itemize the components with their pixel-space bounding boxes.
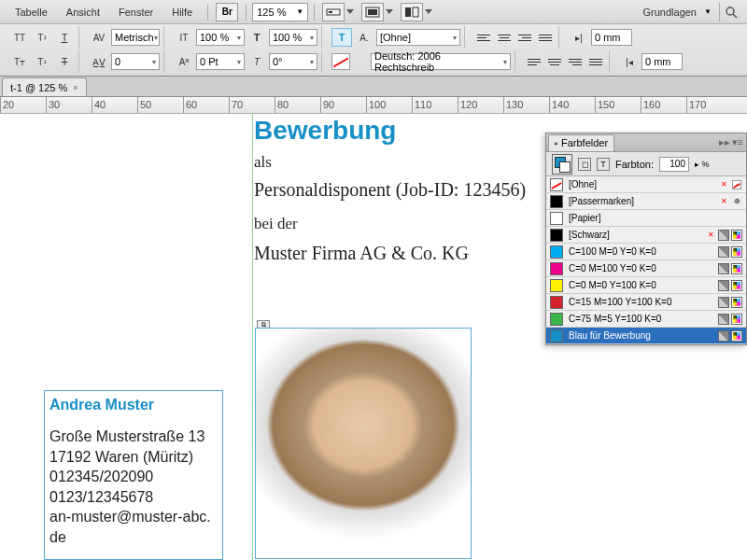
justify-all-button[interactable] — [586, 53, 605, 70]
addr-email1[interactable]: an-muster@muster-abc. — [49, 507, 218, 527]
no-fill-swatch[interactable] — [331, 53, 350, 70]
swatch-row[interactable]: C=75 M=5 Y=100 K=0 — [546, 311, 746, 328]
doc-text-role[interactable]: Personaldisponent (Job-ID: 123456) — [254, 179, 526, 201]
swatch-list[interactable]: [Ohne]✕[Passermarken]✕⊕[Papier][Schwarz]… — [546, 176, 746, 344]
doc-text-bei[interactable]: bei der — [254, 215, 298, 233]
addr-email2[interactable]: de — [49, 527, 218, 548]
kerning-input[interactable]: Metrisch▾ — [111, 29, 160, 46]
photo-placeholder — [256, 329, 471, 558]
addr-city[interactable]: 17192 Waren (Müritz) — [49, 447, 218, 468]
swatch-chip — [550, 262, 563, 275]
hscale-input[interactable]: 100 %▾ — [269, 29, 317, 46]
screen-mode-button[interactable] — [361, 3, 384, 21]
swatch-row[interactable]: C=0 M=0 Y=100 K=0 — [546, 277, 746, 294]
swatch-row[interactable]: [Passermarken]✕⊕ — [546, 193, 746, 210]
chevron-down-icon — [346, 9, 354, 14]
lock-icon: ✕ — [705, 230, 716, 241]
swatch-row[interactable]: [Schwarz]✕ — [546, 227, 746, 244]
indent-left-input[interactable]: 0 mm — [591, 29, 632, 46]
all-caps-button[interactable]: TT — [9, 28, 30, 47]
skew-input[interactable]: 0°▾ — [269, 53, 317, 70]
swatch-row[interactable]: C=15 M=100 Y=100 K=0 — [546, 294, 746, 311]
swatch-row[interactable]: [Papier] — [546, 210, 746, 227]
farbton-arrow[interactable]: ▸ % — [695, 160, 710, 169]
underline-button[interactable]: T — [54, 28, 75, 47]
doc-title[interactable]: Bewerbung — [254, 116, 396, 146]
doc-text-firma[interactable]: Muster Firma AG & Co. KG — [254, 243, 469, 264]
swatch-name: [Schwarz] — [569, 230, 699, 240]
indent-right-icon: |◂ — [619, 52, 640, 71]
search-icon[interactable] — [719, 3, 741, 21]
baseline-input[interactable]: 0 Pt▾ — [196, 53, 245, 70]
addr-name[interactable]: Andrea Muster — [49, 397, 218, 413]
fill-stroke-proxy[interactable] — [552, 154, 572, 175]
process-color-icon — [731, 314, 742, 325]
align-right-button[interactable] — [515, 29, 534, 46]
panel-collapse-icon[interactable]: ▸▸ — [719, 136, 730, 148]
menu-tabelle[interactable]: Tabelle — [6, 3, 57, 21]
process-color-icon — [731, 246, 742, 258]
swatch-chip — [550, 245, 563, 259]
tracking-icon: A̲V̲ — [89, 52, 109, 71]
align-left-button[interactable] — [474, 29, 493, 46]
arrange-button[interactable] — [401, 3, 423, 21]
swatches-panel[interactable]: ▸Farbfelder ▸▸▾≡ ◻ T Farbton: ▸ % [Ohne]… — [545, 133, 747, 345]
justify-left-button[interactable] — [525, 53, 543, 70]
guide-vertical[interactable] — [252, 114, 253, 560]
address-frame[interactable]: Andrea Muster Große Musterstraße 13 1719… — [44, 390, 223, 560]
process-color-icon — [731, 330, 742, 342]
indent-right-input[interactable]: 0 mm — [641, 53, 683, 70]
skew-icon: T — [247, 52, 267, 71]
swatch-chip — [550, 329, 563, 343]
document-tab[interactable]: t-1 @ 125 %× — [2, 77, 87, 96]
swatch-row[interactable]: C=0 M=100 Y=0 K=0 — [546, 260, 746, 277]
zoom-level[interactable]: 125 %▼ — [252, 3, 308, 21]
superscript-button[interactable]: T1 — [32, 28, 52, 47]
justify-right-button[interactable] — [566, 53, 585, 70]
strikethrough-button[interactable]: T — [54, 52, 75, 71]
bridge-button[interactable]: Br — [216, 3, 238, 21]
align-center-button[interactable] — [495, 29, 514, 46]
charstyle-input[interactable]: [Ohne]▾ — [376, 29, 460, 46]
swatch-row[interactable]: C=100 M=0 Y=0 K=0 — [546, 244, 746, 260]
swatch-name: [Passermarken] — [569, 196, 712, 206]
swatch-name: C=100 M=0 Y=0 K=0 — [569, 246, 712, 257]
close-tab-icon[interactable]: × — [73, 83, 78, 92]
swatch-row[interactable]: [Ohne]✕ — [546, 176, 746, 193]
menu-ansicht[interactable]: Ansicht — [57, 3, 109, 21]
text-formatting-button[interactable]: T — [597, 158, 610, 171]
menu-hilfe[interactable]: Hilfe — [162, 3, 202, 21]
addr-phone2[interactable]: 0123/12345678 — [49, 487, 218, 508]
swatch-name: Blau für Bewerbung — [569, 330, 712, 341]
process-color-icon — [731, 263, 742, 274]
justify-button[interactable] — [536, 29, 555, 46]
addr-street[interactable]: Große Musterstraße 13 — [49, 427, 218, 447]
panel-header: ◻ T Farbton: ▸ % — [546, 152, 746, 176]
panel-tab-farbfelder[interactable]: ▸Farbfelder — [548, 134, 614, 151]
global-icon — [718, 297, 729, 308]
workspace-label[interactable]: Grundlagen — [643, 7, 698, 18]
horizontal-ruler[interactable]: 2030405060708090100110120130140150160170 — [0, 97, 747, 114]
kerning-icon: A͏V — [89, 28, 109, 47]
photo-frame[interactable] — [255, 328, 472, 559]
swatch-name: C=0 M=0 Y=100 K=0 — [569, 280, 712, 290]
vscale-input[interactable]: 100 %▾ — [196, 29, 245, 46]
addr-phone1[interactable]: 012345/202090 — [49, 467, 218, 487]
view-options-button[interactable] — [322, 3, 345, 21]
farbton-input[interactable] — [659, 157, 689, 172]
process-color-icon — [731, 280, 742, 291]
fill-text-button[interactable]: T — [331, 28, 352, 47]
menu-fenster[interactable]: Fenster — [109, 3, 162, 21]
small-caps-button[interactable]: Tᴛ — [9, 52, 30, 71]
panel-menu-icon[interactable]: ▾≡ — [732, 136, 743, 148]
swatch-row[interactable]: Blau für Bewerbung — [546, 328, 746, 344]
svg-rect-5 — [413, 7, 418, 17]
tracking-input[interactable]: 0▾ — [111, 53, 160, 70]
swatch-chip — [550, 296, 563, 309]
container-formatting-button[interactable]: ◻ — [578, 158, 591, 171]
subscript-button[interactable]: T1 — [32, 52, 52, 71]
language-input[interactable]: Deutsch: 2006 Rechtschreib▾ — [371, 53, 511, 70]
justify-center-button[interactable] — [545, 53, 564, 70]
menu-bar: Tabelle Ansicht Fenster Hilfe Br 125 %▼ … — [0, 0, 747, 24]
doc-text-als[interactable]: als — [254, 153, 272, 172]
